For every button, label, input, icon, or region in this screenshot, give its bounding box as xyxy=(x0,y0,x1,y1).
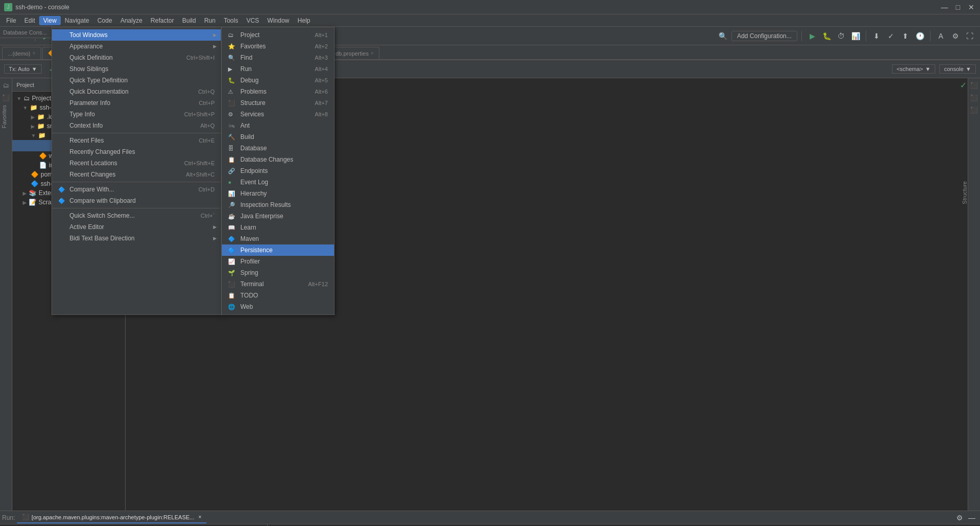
view-menu-quick-def[interactable]: Quick Definition Ctrl+Shift+I xyxy=(52,52,221,63)
menu-navigate[interactable]: Navigate xyxy=(61,16,93,25)
tw-terminal[interactable]: ⬛ Terminal Alt+F12 xyxy=(222,278,334,290)
vcs-update-btn[interactable]: ⬇ xyxy=(870,30,883,42)
tw-todo[interactable]: 📋 TODO xyxy=(222,290,334,301)
tw-project[interactable]: 🗂 Project Alt+1 xyxy=(222,29,334,41)
translate-btn[interactable]: A xyxy=(935,30,947,42)
view-menu-active-editor[interactable]: Active Editor xyxy=(52,221,221,233)
add-configuration-button[interactable]: Add Configuration... xyxy=(731,31,797,41)
debug-config-btn[interactable]: 🐛 xyxy=(820,30,833,42)
console-dropdown[interactable]: console ▼ xyxy=(939,64,976,74)
view-menu-appearance[interactable]: Appearance xyxy=(52,41,221,52)
settings-btn[interactable]: ⚙ xyxy=(949,30,961,42)
tw-inspection-results[interactable]: 🔎 Inspection Results xyxy=(222,199,334,211)
sidebar-structure-icon[interactable]: ⬛ xyxy=(1,93,11,103)
tw-web[interactable]: 🌐 Web xyxy=(222,301,334,312)
tw-problems-shortcut: Alt+6 xyxy=(315,89,328,95)
fullscreen-btn[interactable]: ⛶ xyxy=(964,30,976,42)
schema-dropdown[interactable]: <schema> ▼ xyxy=(892,64,935,74)
favorites-vertical-tab[interactable]: Favorites xyxy=(0,103,10,130)
maximize-button[interactable]: □ xyxy=(953,3,962,12)
tw-ant[interactable]: 🐜 Ant xyxy=(222,120,334,131)
bottom-tab-run-task[interactable]: ⬛ [org.apache.maven.plugins:maven-archet… xyxy=(17,512,206,523)
run-task-close[interactable]: × xyxy=(198,514,201,520)
right-sidebar-icon-1[interactable]: ⬛ xyxy=(969,80,979,91)
tw-find[interactable]: 🔍 Find Alt+3 xyxy=(222,52,334,63)
tw-learn[interactable]: 📖 Learn xyxy=(222,222,334,233)
menu-build[interactable]: Build xyxy=(178,16,200,25)
view-menu-tool-windows[interactable]: Tool Windows xyxy=(52,29,221,41)
tree-arrow-scratches: ▶ xyxy=(23,200,27,205)
tw-build-label: Build xyxy=(240,133,254,141)
view-menu-recently-changed[interactable]: Recently Changed Files xyxy=(52,146,221,157)
tw-problems[interactable]: ⚠ Problems Alt+6 xyxy=(222,86,334,97)
tw-project-shortcut: Alt+1 xyxy=(315,32,328,38)
bottom-settings-btn[interactable]: ⚙ xyxy=(953,512,966,524)
structure-vertical-label[interactable]: Structure xyxy=(961,181,968,204)
view-menu-show-siblings[interactable]: Show Siblings xyxy=(52,63,221,75)
tab-db-props-close[interactable]: × xyxy=(371,50,374,56)
coverage-btn[interactable]: 📊 xyxy=(849,30,862,42)
menu-analyze[interactable]: Analyze xyxy=(116,16,147,25)
tw-favorites[interactable]: ⭐ Favorites Alt+2 xyxy=(222,41,334,52)
search-everywhere-btn[interactable]: 🔍 xyxy=(717,30,729,42)
tw-build[interactable]: 🔨 Build xyxy=(222,131,334,143)
tw-profiler[interactable]: 📈 Profiler xyxy=(222,256,334,267)
tab-demo[interactable]: ...(demo) × xyxy=(2,47,41,59)
view-menu-type-info[interactable]: Type Info Ctrl+Shift+P xyxy=(52,109,221,120)
menu-window[interactable]: Window xyxy=(263,16,293,25)
menu-vcs[interactable]: VCS xyxy=(242,16,264,25)
view-menu-recent-files[interactable]: Recent Files Ctrl+E xyxy=(52,135,221,146)
tree-icon-scratches: 📝 xyxy=(29,199,37,206)
menu-edit[interactable]: Edit xyxy=(20,16,39,25)
tw-spring[interactable]: 🌱 Spring xyxy=(222,267,334,278)
vcs-commit-btn[interactable]: ✓ xyxy=(885,30,897,42)
view-menu-context-info[interactable]: Context Info Alt+Q xyxy=(52,120,221,131)
vcs-push-btn[interactable]: ⬆ xyxy=(899,30,912,42)
right-sidebar-icon-2[interactable]: ⬛ xyxy=(969,93,979,103)
view-menu-recent-changes[interactable]: Recent Changes Alt+Shift+C xyxy=(52,169,221,180)
tw-endpoints[interactable]: 🔗 Endpoints xyxy=(222,165,334,177)
view-menu-compare-clipboard[interactable]: 🔷 Compare with Clipboard xyxy=(52,195,221,206)
tw-debug[interactable]: 🐛 Debug Alt+5 xyxy=(222,75,334,86)
view-menu-quick-type-def[interactable]: Quick Type Definition xyxy=(52,75,221,86)
tw-services-label: Services xyxy=(240,111,264,118)
tw-database[interactable]: 🗄 Database xyxy=(222,143,334,154)
tw-java-enterprise[interactable]: ☕ Java Enterprise xyxy=(222,211,334,222)
view-menu-quick-doc[interactable]: Quick Documentation Ctrl+Q xyxy=(52,86,221,97)
run-task-label: [org.apache.maven.plugins:maven-archetyp… xyxy=(31,514,194,520)
tw-maven[interactable]: 🔷 Maven xyxy=(222,233,334,244)
tw-services[interactable]: ⚙ Services Alt+8 xyxy=(222,109,334,120)
tw-event-log[interactable]: ● Event Log xyxy=(222,177,334,188)
tw-database-icon: 🗄 xyxy=(228,145,237,151)
view-menu-param-info[interactable]: Parameter Info Ctrl+P xyxy=(52,97,221,109)
tab-demo-close[interactable]: × xyxy=(32,50,36,56)
view-menu-compare-with[interactable]: 🔷 Compare With... Ctrl+D xyxy=(52,184,221,195)
view-menu-sep-1 xyxy=(52,133,221,133)
menu-run[interactable]: Run xyxy=(200,16,220,25)
minimize-button[interactable]: — xyxy=(940,3,949,12)
tw-run[interactable]: ▶ Run Alt+4 xyxy=(222,63,334,75)
tw-structure[interactable]: ⬛ Structure Alt+7 xyxy=(222,97,334,109)
view-menu-bidi-text[interactable]: Bidi Text Base Direction xyxy=(52,233,221,244)
menu-view[interactable]: View xyxy=(39,16,61,25)
close-button[interactable]: ✕ xyxy=(967,3,976,12)
tw-persistence[interactable]: 🔷 Persistence xyxy=(222,244,334,256)
bottom-minimize-btn[interactable]: — xyxy=(966,512,978,524)
tw-terminal-icon: ⬛ xyxy=(228,281,237,288)
view-menu-recent-locations[interactable]: Recent Locations Ctrl+Shift+E xyxy=(52,157,221,169)
vcs-history-btn[interactable]: 🕐 xyxy=(914,30,926,42)
menu-tools[interactable]: Tools xyxy=(220,16,242,25)
profile-btn[interactable]: ⏱ xyxy=(835,30,847,42)
sidebar-project-icon[interactable]: 🗂 xyxy=(1,80,11,91)
title-bar-controls: — □ ✕ xyxy=(940,3,976,12)
menu-code[interactable]: Code xyxy=(93,16,116,25)
right-sidebar-icon-3[interactable]: ⬛ xyxy=(969,105,979,115)
tx-auto-dropdown[interactable]: Tx: Auto ▼ xyxy=(4,64,42,74)
menu-help[interactable]: Help xyxy=(293,16,314,25)
menu-file[interactable]: File xyxy=(2,16,20,25)
menu-refactor[interactable]: Refactor xyxy=(147,16,178,25)
view-menu-quick-switch[interactable]: Quick Switch Scheme... Ctrl+` xyxy=(52,210,221,221)
tw-db-changes[interactable]: 📋 Database Changes xyxy=(222,154,334,165)
tw-hierarchy[interactable]: 📊 Hierarchy xyxy=(222,188,334,199)
run-config-btn[interactable]: ▶ xyxy=(806,30,818,42)
